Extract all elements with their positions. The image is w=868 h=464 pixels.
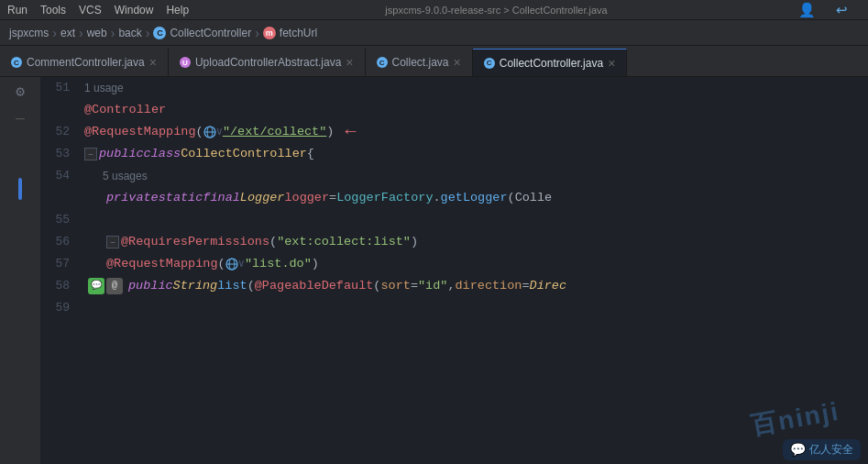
tab-collect[interactable]: C Collect.java × [366,49,473,76]
menu-help[interactable]: Help [166,4,189,17]
tab-commentcontroller[interactable]: C CommentController.java × [0,49,169,76]
line-indicator [18,178,22,200]
bottom-right-badge: 💬 亿人安全 [783,439,861,460]
tab-close-1[interactable]: × [149,56,157,69]
tab-close-4[interactable]: × [608,57,615,70]
settings-icon[interactable]: ⚙ [9,81,31,103]
minus-icon[interactable]: — [9,108,31,130]
linenum-55: 55 [40,209,70,231]
wechat-inline-icon: 💬 [88,278,104,294]
tab-label-commentcontroller: CommentController.java [27,56,145,69]
code-line-59: 💬 @ public String list(@PageableDefault(… [81,275,868,297]
eq2-59: = [522,275,529,297]
line-numbers: 51 52 53 54 55 56 57 58 59 [40,77,77,319]
linenum-57: 57 [40,253,70,275]
code-line-58: @RequestMapping(∨"list.do") [81,253,868,275]
paren-open-53: ( [196,121,203,143]
linenum-59: 59 [40,297,70,319]
type-string-59: String [173,275,218,297]
linenum-51: 51 [40,77,70,99]
string-ext-collect: "/ext/collect" [223,121,326,143]
user-icon: 👤 [798,2,816,18]
menu-run[interactable]: Run [7,4,27,17]
tab-collectcontroller[interactable]: C CollectController.java × [473,49,628,76]
breadcrumb-bar: jspxcms › ext › web › back › C CollectCo… [0,20,868,46]
tabs-bar: C CommentController.java × U UploadContr… [0,46,868,77]
comma-59: , [447,275,455,297]
code-content: 1 usage @Controller @RequestMapping(∨"/e… [81,77,868,297]
breadcrumb-item-fetchurl[interactable]: m fetchUrl [263,27,317,39]
tab-uploadcontrollerabstract[interactable]: U UploadControllerAbstract.java × [169,49,366,76]
breadcrumb-label-web: web [87,27,107,39]
method-getlogger-55: getLogger [441,187,508,209]
kw-public-54: public [99,143,144,165]
menu-vcs[interactable]: VCS [79,4,102,17]
tab-close-3[interactable]: × [454,56,461,69]
kw-public-59: public [128,275,173,297]
annotation-controller: @Controller [84,99,166,121]
breadcrumb-label-ext: ext [60,27,75,39]
eq-55: = [329,187,336,209]
paren-close-57: ) [411,231,418,253]
breadcrumb-sep-1: › [52,26,57,40]
tab-close-2[interactable]: × [346,56,353,69]
fold-icon-54[interactable]: – [84,148,97,160]
security-label: 亿人安全 [809,442,853,458]
var-logger-55: logger [284,187,329,209]
annotation-pageabledefault-59: @PageableDefault [255,275,374,297]
watermark: 百ninji [749,394,843,444]
paren-close-53: ) [326,121,334,143]
breadcrumb-item-ext[interactable]: ext [60,27,75,39]
security-badge: 💬 亿人安全 [783,439,861,460]
fold-icon-57[interactable]: – [106,236,119,249]
type-direc-59: Direc [530,275,567,297]
wechat-badge-icon: 💬 [790,442,806,458]
param-sort: sort [380,275,410,297]
globe-icon [203,126,216,138]
kw-class-54: class [144,143,181,165]
tab-icon-c-3: C [377,57,388,68]
breadcrumb-label-fetchurl: fetchUrl [280,27,317,39]
brace-open-54: { [307,143,314,165]
code-line-55: private static final Logger logger = Log… [81,187,868,209]
paren-open-58: ( [218,253,225,275]
menu-bar: Run Tools VCS Window Help jspxcms-9.0.0-… [0,0,868,20]
breadcrumb-item-collectcontroller[interactable]: C CollectController [153,27,251,39]
breadcrumb-item-jspxcms[interactable]: jspxcms [9,27,49,39]
breadcrumb-item-back[interactable]: back [118,27,141,39]
at-inline-icon: @ [106,278,123,294]
red-arrow: ← [345,121,356,143]
menu-tools[interactable]: Tools [40,4,66,17]
kw-static-55: static [159,187,203,209]
code-area[interactable]: 51 52 53 54 55 56 57 58 59 1 usage @Cont… [40,77,868,464]
arrow-icon: ↩ [836,2,848,18]
method-list-59: list [217,275,247,297]
annotation-requirespermissions-57: @RequiresPermissions [121,231,269,253]
class-c-icon: C [153,27,166,39]
paren-open-57: ( [269,231,277,253]
main-area: ⚙ — 51 52 53 54 55 56 57 58 59 1 usage [0,77,868,464]
factory-55: LoggerFactory [336,187,433,209]
breadcrumb-sep-4: › [146,26,150,40]
linenum-blank-1 [40,99,70,121]
tab-icon-c-4: C [484,58,495,69]
type-logger-55: Logger [240,187,285,209]
kw-private-55: private [106,187,159,209]
code-line-54: – public class CollectController { [81,143,868,165]
menu-window[interactable]: Window [115,4,154,17]
code-line-53: @RequestMapping(∨"/ext/collect") ← [81,121,868,143]
file-path: jspxcms-9.0.0-release-src > CollectContr… [202,5,791,16]
linenum-54: 54 [40,165,70,187]
eq-59: = [411,275,418,297]
breadcrumb-label-back: back [118,27,141,39]
linenum-blank-2 [40,187,70,209]
tab-label-collectcontroller: CollectController.java [500,57,603,70]
breadcrumb-item-web[interactable]: web [87,27,107,39]
code-line-56 [81,209,868,231]
class-name-54: CollectController [181,143,307,165]
breadcrumb-sep-2: › [79,26,83,40]
line59-icons: 💬 @ [88,278,128,294]
annotation-requestmapping-58: @RequestMapping [106,253,218,275]
code-line-51-usage: 1 usage [81,77,868,99]
left-gutter: ⚙ — [0,77,40,464]
